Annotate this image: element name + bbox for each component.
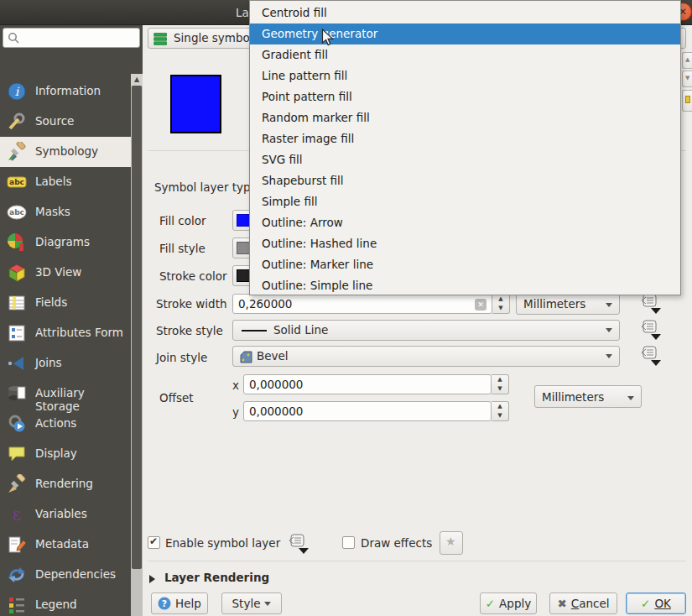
sidebar-item-display[interactable]: Display <box>0 439 131 469</box>
clear-icon[interactable]: ✕ <box>475 299 486 311</box>
stroke-color-label: Stroke color <box>159 269 227 283</box>
data-defined-override-button[interactable] <box>639 319 663 341</box>
menu-item-centroid-fill[interactable]: Centroid fill <box>250 3 680 23</box>
sidebar-item-legend[interactable]: Legend <box>0 590 131 616</box>
offset-y-input[interactable] <box>243 401 492 421</box>
move-down-button[interactable]: ▼ <box>682 70 692 87</box>
menu-item-random-marker-fill[interactable]: Random marker fill <box>250 107 680 128</box>
data-defined-override-button[interactable] <box>639 345 663 367</box>
symbology-icon <box>7 142 27 162</box>
sidebar-item-attributes-form[interactable]: Attributes Form <box>0 318 131 348</box>
menu-item-shapeburst-fill[interactable]: Shapeburst fill <box>250 170 680 191</box>
sidebar-scrollbar[interactable]: ▲ ▼ <box>131 74 143 616</box>
menu-item-outline-simple-line[interactable]: Outline: Simple line <box>250 275 680 296</box>
sidebar-item-label: Dependencies <box>35 567 116 581</box>
offset-y-value[interactable] <box>249 404 471 419</box>
sidebar-item-metadata[interactable]: Metadata <box>0 530 131 560</box>
symbol-layer-preview[interactable] <box>170 75 221 133</box>
sidebar-item-actions[interactable]: Actions <box>0 409 131 439</box>
spin-up-icon[interactable]: ▲ <box>492 402 508 411</box>
chevron-down-icon <box>264 602 271 606</box>
spin-down-icon[interactable]: ▼ <box>492 384 508 394</box>
svg-text:ε: ε <box>13 504 21 525</box>
sidebar-search[interactable] <box>3 28 140 48</box>
sidebar-scrollbar-thumb[interactable] <box>132 86 142 569</box>
join-style-combo[interactable]: Bevel <box>232 346 620 367</box>
move-up-button[interactable]: ▲ <box>682 52 692 69</box>
menu-item-geometry-generator[interactable]: Geometry generator <box>250 23 680 44</box>
attributes-form-icon <box>7 323 27 343</box>
sidebar-item-symbology[interactable]: Symbology <box>0 137 131 167</box>
menu-item-raster-image-fill[interactable]: Raster image fill <box>250 128 680 149</box>
menu-item-simple-fill[interactable]: Simple fill <box>250 191 680 212</box>
stroke-width-input[interactable]: ✕ <box>232 294 492 314</box>
fill-color-label: Fill color <box>159 214 206 227</box>
menu-item-outline-marker-line[interactable]: Outline: Marker line <box>250 254 680 275</box>
menu-item-svg-fill[interactable]: SVG fill <box>250 149 680 170</box>
metadata-icon <box>7 535 27 555</box>
3d-view-icon <box>7 263 27 283</box>
stroke-style-value: Solid Line <box>273 323 328 337</box>
unit-label: Millimeters <box>542 390 604 404</box>
sidebar-item-dependencies[interactable]: Dependencies <box>0 560 131 590</box>
offset-x-label: x <box>232 378 239 392</box>
symbol-layer-type-menu: Centroid fill Geometry generator Gradien… <box>249 0 681 295</box>
help-label: Help <box>175 597 201 610</box>
spin-up-icon[interactable]: ▲ <box>492 375 508 384</box>
spin-down-icon[interactable]: ▼ <box>492 304 509 313</box>
sidebar-item-rendering[interactable]: Rendering <box>0 469 131 499</box>
actions-icon <box>7 414 27 434</box>
data-defined-override-button[interactable] <box>287 533 310 555</box>
sidebar-item-3d-view[interactable]: 3D View <box>0 258 131 288</box>
diagrams-icon <box>7 232 27 253</box>
svg-text:abc: abc <box>9 178 24 186</box>
menu-item-gradient-fill[interactable]: Gradient fill <box>250 44 680 65</box>
sidebar-item-source[interactable]: Source <box>0 107 131 137</box>
legend-icon <box>7 595 27 615</box>
sidebar-item-diagrams[interactable]: Diagrams <box>0 227 131 258</box>
cancel-button[interactable]: ✖ Cancel <box>549 593 617 614</box>
unit-label: Millimeters <box>523 297 585 311</box>
stroke-width-spinner[interactable]: ▲▼ <box>492 294 510 314</box>
menu-item-line-pattern-fill[interactable]: Line pattern fill <box>250 65 680 86</box>
stroke-style-combo[interactable]: Solid Line <box>232 320 620 341</box>
offset-x-input[interactable] <box>243 374 492 394</box>
draw-effects-checkbox[interactable] <box>342 536 355 549</box>
sidebar-item-variables[interactable]: ε Variables <box>0 499 131 530</box>
draw-effects-customize-button[interactable]: ★ <box>440 531 463 555</box>
scroll-up-icon[interactable]: ▲ <box>131 74 143 86</box>
menu-item-outline-hashed-line[interactable]: Outline: Hashed line <box>250 233 680 254</box>
sidebar-item-label: Legend <box>35 598 77 611</box>
source-icon <box>7 112 27 132</box>
variables-icon: ε <box>7 504 27 525</box>
layer-rendering-label[interactable]: Layer Rendering <box>164 571 269 584</box>
sidebar-item-masks[interactable]: abc Masks <box>0 197 131 227</box>
bevel-icon <box>240 351 252 363</box>
search-input[interactable] <box>23 29 136 46</box>
menu-item-point-pattern-fill[interactable]: Point pattern fill <box>250 86 680 107</box>
help-button[interactable]: ? Help <box>151 593 208 614</box>
offset-x-value[interactable] <box>249 377 471 392</box>
apply-button[interactable]: ✓ Apply <box>480 593 537 614</box>
join-style-value: Bevel <box>257 349 289 363</box>
stroke-width-value[interactable] <box>238 296 471 311</box>
enable-symbol-layer-checkbox[interactable] <box>148 536 160 549</box>
offset-unit-combo[interactable]: Millimeters <box>534 385 642 408</box>
mouse-cursor <box>321 29 335 47</box>
style-button[interactable]: Style <box>221 593 282 614</box>
sidebar-item-fields[interactable]: Fields <box>0 288 131 318</box>
sidebar-item-labels[interactable]: abc Labels <box>0 167 131 197</box>
offset-y-spinner[interactable]: ▲▼ <box>492 401 509 421</box>
lock-icon[interactable] <box>682 90 692 112</box>
svg-text:abc: abc <box>9 208 24 217</box>
display-icon <box>7 444 27 464</box>
expand-arrow-icon[interactable] <box>149 575 155 583</box>
ok-button[interactable]: ✓ OK <box>626 593 686 614</box>
spin-down-icon[interactable]: ▼ <box>492 411 508 420</box>
sidebar-item-information[interactable]: i Information <box>0 76 131 107</box>
sidebar-item-joins[interactable]: Joins <box>0 348 131 378</box>
sidebar-item-auxiliary-storage[interactable]: Auxiliary Storage <box>0 378 131 409</box>
window-title: La <box>236 6 249 19</box>
offset-x-spinner[interactable]: ▲▼ <box>492 374 509 394</box>
menu-item-outline-arrow[interactable]: Outline: Arrow <box>250 212 680 233</box>
